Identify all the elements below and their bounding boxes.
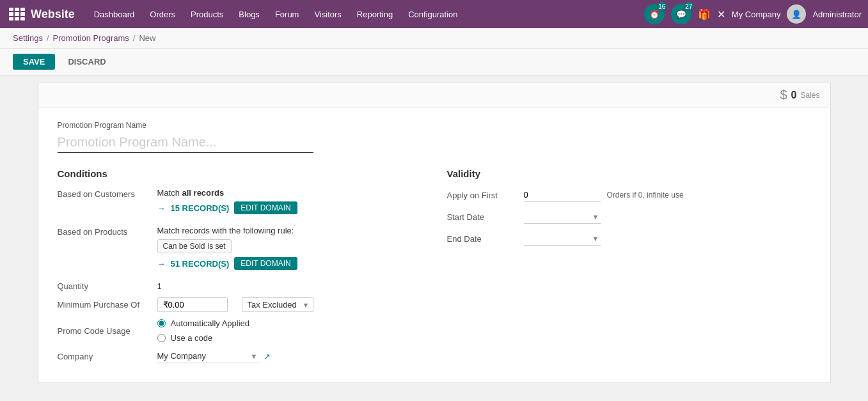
end-date-label: End Date: [447, 234, 517, 244]
use-code-radio[interactable]: [157, 334, 166, 342]
end-date-row: End Date ▼: [447, 232, 811, 246]
activity-count: 16: [657, 1, 667, 12]
can-be-sold-tag: Can be Sold is set: [157, 239, 232, 253]
products-row: Based on Products Match records with the…: [58, 226, 422, 274]
save-button[interactable]: SAVE: [13, 54, 55, 70]
end-date-select-wrap: ▼: [524, 232, 601, 246]
quantity-value: 1: [157, 281, 162, 291]
nav-products[interactable]: Products: [184, 7, 230, 22]
apply-on-first-label: Apply on First: [447, 191, 517, 200]
external-link-icon[interactable]: ↗: [264, 352, 271, 361]
dollar-icon: $: [780, 88, 787, 102]
match-following-text: Match records with the following rule:: [157, 226, 422, 235]
breadcrumb-current: New: [139, 33, 155, 43]
nav-dashboard[interactable]: Dashboard: [88, 7, 141, 22]
sales-count: 0: [791, 90, 797, 101]
auto-applied-option[interactable]: Automatically Applied: [157, 318, 250, 328]
is-set-label: is set: [208, 242, 226, 251]
start-date-select-wrap: ▼: [524, 210, 601, 224]
edit-domain-products-button[interactable]: EDIT DOMAIN: [234, 257, 297, 270]
gift-icon[interactable]: 🎁: [698, 8, 711, 20]
auto-applied-radio[interactable]: [157, 319, 166, 327]
company-name-nav[interactable]: My Company: [732, 10, 781, 19]
start-date-select[interactable]: [524, 210, 601, 224]
match-all-text: Match all records: [157, 188, 422, 198]
apps-icon[interactable]: [6, 5, 24, 23]
program-name-label: Promotion Program Name: [58, 121, 811, 130]
promo-code-radio-group: Automatically Applied Use a code: [157, 318, 250, 343]
quantity-row: Quantity 1: [58, 281, 422, 291]
products-content: Match records with the following rule: C…: [157, 226, 422, 274]
sales-summary: $ 0 Sales: [780, 88, 819, 102]
nav-menu: Dashboard Orders Products Blogs Forum Vi…: [88, 7, 644, 22]
sales-bar: $ 0 Sales: [38, 83, 830, 108]
arrow-icon-customers: →: [157, 203, 166, 213]
all-records-text: all records: [182, 188, 225, 198]
promo-code-row: Promo Code Usage Automatically Applied U…: [58, 318, 422, 343]
main-area: $ 0 Sales Promotion Program Name Conditi…: [0, 75, 868, 389]
two-col-layout: Conditions Based on Customers Match all …: [58, 168, 811, 370]
auto-applied-label: Automatically Applied: [171, 318, 250, 328]
form-area: Promotion Program Name Conditions Based …: [38, 108, 830, 382]
content-card: $ 0 Sales Promotion Program Name Conditi…: [38, 82, 831, 383]
nav-orders[interactable]: Orders: [143, 7, 182, 22]
validity-title: Validity: [447, 168, 811, 179]
use-code-option[interactable]: Use a code: [157, 333, 250, 343]
apply-on-first-row: Apply on First Orders if 0, infinite use: [447, 188, 811, 202]
promo-code-label: Promo Code Usage: [58, 326, 147, 336]
edit-domain-customers-button[interactable]: EDIT DOMAIN: [234, 201, 297, 214]
nav-configuration[interactable]: Configuration: [402, 7, 464, 22]
start-date-row: Start Date ▼: [447, 210, 811, 224]
orders-text: Orders if 0, infinite use: [607, 191, 684, 200]
customers-row: Based on Customers Match all records → 1…: [58, 188, 422, 218]
breadcrumb-sep2: /: [133, 33, 136, 43]
messages-badge[interactable]: 💬 27: [671, 4, 691, 24]
company-select-wrap: My Company ▼ ↗: [157, 349, 271, 363]
arrow-icon-products: →: [157, 259, 166, 269]
can-be-sold-label: Can be Sold: [163, 242, 205, 251]
topnav: Website Dashboard Orders Products Blogs …: [0, 0, 868, 28]
nav-reporting[interactable]: Reporting: [351, 7, 399, 22]
breadcrumb-sep1: /: [47, 33, 49, 43]
topnav-right: ⏰ 16 💬 27 🎁 ✕ My Company 👤 Administrator: [644, 4, 862, 24]
messages-count: 27: [684, 1, 694, 12]
start-date-label: Start Date: [447, 212, 517, 222]
min-purchase-input[interactable]: [157, 297, 228, 312]
conditions-section: Conditions Based on Customers Match all …: [58, 168, 422, 370]
min-purchase-label: Minimum Purchase Of: [58, 300, 147, 310]
close-icon[interactable]: ✕: [717, 8, 725, 20]
products-record-row: → 51 RECORD(S) EDIT DOMAIN: [157, 257, 422, 270]
end-date-select[interactable]: [524, 232, 601, 246]
company-select[interactable]: My Company: [157, 349, 260, 363]
company-label: Company: [58, 352, 147, 361]
nav-blogs[interactable]: Blogs: [232, 7, 266, 22]
quantity-label: Quantity: [58, 281, 147, 291]
tax-select[interactable]: Tax Excluded: [242, 297, 313, 312]
nav-visitors[interactable]: Visitors: [308, 7, 347, 22]
products-label: Based on Products: [58, 226, 147, 237]
brand-name[interactable]: Website: [31, 8, 75, 21]
customers-content: Match all records → 15 RECORD(S) EDIT DO…: [157, 188, 422, 218]
admin-name[interactable]: Administrator: [812, 10, 862, 19]
program-name-input[interactable]: [58, 132, 313, 153]
breadcrumb: Settings / Promotion Programs / New: [0, 28, 868, 49]
avatar[interactable]: 👤: [787, 4, 806, 24]
min-purchase-row: Minimum Purchase Of Tax Excluded ▼: [58, 297, 422, 312]
action-bar: SAVE DISCARD: [0, 49, 868, 75]
breadcrumb-promotion-programs[interactable]: Promotion Programs: [53, 33, 129, 43]
tax-select-wrap: Tax Excluded ▼: [242, 297, 313, 312]
conditions-title: Conditions: [58, 168, 422, 179]
nav-forum[interactable]: Forum: [269, 7, 306, 22]
customers-label: Based on Customers: [58, 188, 147, 199]
company-row: Company My Company ▼ ↗: [58, 349, 422, 363]
discard-button[interactable]: DISCARD: [60, 54, 113, 70]
customers-records-link[interactable]: 15 RECORD(S): [171, 203, 230, 213]
validity-section: Validity Apply on First Orders if 0, inf…: [447, 168, 811, 370]
customers-record-row: → 15 RECORD(S) EDIT DOMAIN: [157, 201, 422, 214]
sales-label: Sales: [800, 91, 819, 100]
use-code-label: Use a code: [171, 333, 213, 343]
breadcrumb-settings[interactable]: Settings: [13, 33, 43, 43]
apply-on-first-input[interactable]: [524, 188, 601, 202]
products-records-link[interactable]: 51 RECORD(S): [171, 259, 230, 269]
activity-badge[interactable]: ⏰ 16: [644, 4, 665, 24]
